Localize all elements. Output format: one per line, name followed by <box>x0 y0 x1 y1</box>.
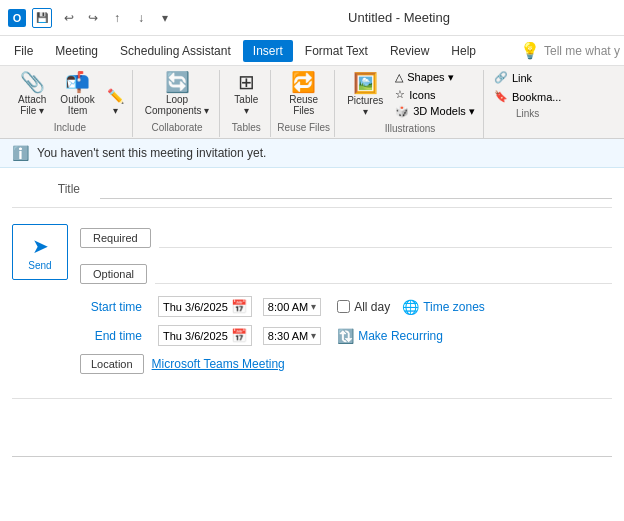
include-label: Include <box>54 122 86 133</box>
end-date-picker[interactable]: Thu 3/6/2025 📅 <box>158 325 252 346</box>
ribbon-group-reuse-files: 🔁 ReuseFiles Reuse Files <box>273 70 335 137</box>
menu-review[interactable]: Review <box>380 40 439 62</box>
undo-redo-group: ↩ ↪ ↑ ↓ ▾ <box>58 7 176 29</box>
illustrations-label: Illustrations <box>385 123 436 134</box>
form-fields: Required Optional Start time Thu 3/6/202… <box>80 224 612 374</box>
reuse-files-button[interactable]: 🔁 ReuseFiles <box>283 70 324 118</box>
shapes-button[interactable]: △ Shapes ▾ <box>391 70 479 85</box>
loop-icon: 🔄 <box>165 72 190 92</box>
all-day-group: All day <box>337 300 390 314</box>
title-field-label: Title <box>12 182 92 196</box>
bookmark-icon: 🔖 <box>494 90 508 103</box>
title-input[interactable] <box>100 178 612 199</box>
teams-meeting-link[interactable]: Microsoft Teams Meeting <box>152 357 285 371</box>
send-section: ➤ Send Required Optional Start time Thu … <box>12 216 612 382</box>
search-placeholder[interactable]: Tell me what y <box>544 44 620 58</box>
optional-button[interactable]: Optional <box>80 264 147 284</box>
required-button[interactable]: Required <box>80 228 151 248</box>
body-area[interactable] <box>12 398 612 438</box>
window-title: Untitled - Meeting <box>182 10 616 25</box>
link-icon: 🔗 <box>494 71 508 84</box>
start-time-arrow-icon: ▾ <box>311 301 316 312</box>
tables-label: Tables <box>232 122 261 133</box>
start-time-row: Start time Thu 3/6/2025 📅 8:00 AM ▾ All … <box>80 296 612 317</box>
ribbon-group-links: 🔗 Link 🔖 Bookma... Links <box>486 70 570 123</box>
start-date-picker[interactable]: Thu 3/6/2025 📅 <box>158 296 252 317</box>
end-time-arrow-icon: ▾ <box>311 330 316 341</box>
icons-button[interactable]: ☆ Icons <box>391 87 479 102</box>
outlook-logo: O <box>8 9 26 27</box>
reuse-icon: 🔁 <box>291 72 316 92</box>
end-time-label: End time <box>80 329 150 343</box>
outlook-item-icon: 📬 <box>65 72 90 92</box>
shapes-icon: △ <box>395 71 403 84</box>
undo-button[interactable]: ↩ <box>58 7 80 29</box>
edit-button[interactable]: ✏️ ▾ <box>103 86 128 118</box>
optional-row: Optional <box>80 260 612 288</box>
info-bar: ℹ️ You haven't sent this meeting invitat… <box>0 139 624 168</box>
optional-input[interactable] <box>155 265 612 284</box>
send-label: Send <box>28 260 51 271</box>
start-time-picker[interactable]: 8:00 AM ▾ <box>263 298 321 316</box>
redo-button[interactable]: ↪ <box>82 7 104 29</box>
time-zones-group[interactable]: 🌐 Time zones <box>402 299 485 315</box>
end-time-row: End time Thu 3/6/2025 📅 8:30 AM ▾ 🔃 Make… <box>80 325 612 346</box>
search-area: 💡 Tell me what y <box>520 41 620 60</box>
menu-file[interactable]: File <box>4 40 43 62</box>
ribbon-group-collaborate: 🔄 LoopComponents ▾ Collaborate <box>135 70 220 137</box>
end-time-value: 8:30 AM <box>268 330 308 342</box>
recurring-icon: 🔃 <box>337 328 354 344</box>
3d-models-icon: 🎲 <box>395 105 409 118</box>
table-button[interactable]: ⊞ Table▾ <box>226 70 266 118</box>
location-button[interactable]: Location <box>80 354 144 374</box>
more-button[interactable]: ▾ <box>154 7 176 29</box>
3d-models-button[interactable]: 🎲 3D Models ▾ <box>391 104 479 119</box>
info-icon: ℹ️ <box>12 145 29 161</box>
icons-icon: ☆ <box>395 88 405 101</box>
ribbon-group-include: 📎 AttachFile ▾ 📬 OutlookItem ✏️ ▾ Includ… <box>8 70 133 137</box>
save-icon[interactable]: 💾 <box>32 8 52 28</box>
menu-insert[interactable]: Insert <box>243 40 293 62</box>
end-time-picker[interactable]: 8:30 AM ▾ <box>263 327 321 345</box>
time-zones-label: Time zones <box>423 300 485 314</box>
all-day-label: All day <box>354 300 390 314</box>
attach-icon: 📎 <box>20 72 45 92</box>
required-input[interactable] <box>159 229 612 248</box>
make-recurring-button[interactable]: 🔃 Make Recurring <box>337 328 443 344</box>
start-calendar-icon: 📅 <box>231 299 247 314</box>
ribbon-group-illustrations: 🖼️ Pictures▾ △ Shapes ▾ ☆ Icons 🎲 3D Mod… <box>337 70 484 138</box>
body-input[interactable] <box>12 407 612 437</box>
title-row: Title <box>12 178 612 208</box>
outlook-item-button[interactable]: 📬 OutlookItem <box>54 70 100 118</box>
lightbulb-icon: 💡 <box>520 41 540 60</box>
link-button[interactable]: 🔗 Link <box>490 70 566 85</box>
menu-meeting[interactable]: Meeting <box>45 40 108 62</box>
globe-icon: 🌐 <box>402 299 419 315</box>
menu-scheduling[interactable]: Scheduling Assistant <box>110 40 241 62</box>
loop-components-button[interactable]: 🔄 LoopComponents ▾ <box>139 70 215 118</box>
menu-bar: File Meeting Scheduling Assistant Insert… <box>0 36 624 66</box>
menu-help[interactable]: Help <box>441 40 486 62</box>
down-button[interactable]: ↓ <box>130 7 152 29</box>
pictures-button[interactable]: 🖼️ Pictures▾ <box>341 71 389 119</box>
all-day-checkbox[interactable] <box>337 300 350 313</box>
attach-file-button[interactable]: 📎 AttachFile ▾ <box>12 70 52 118</box>
start-time-label: Start time <box>80 300 150 314</box>
bookmark-button[interactable]: 🔖 Bookma... <box>490 89 566 104</box>
send-button[interactable]: ➤ Send <box>12 224 68 280</box>
collaborate-label: Collaborate <box>151 122 202 133</box>
info-message: You haven't sent this meeting invitation… <box>37 146 266 160</box>
edit-icon: ✏️ <box>107 88 124 104</box>
up-button[interactable]: ↑ <box>106 7 128 29</box>
table-icon: ⊞ <box>238 72 255 92</box>
start-date-value: Thu 3/6/2025 <box>163 301 228 313</box>
send-arrow-icon: ➤ <box>32 234 49 258</box>
links-label: Links <box>516 108 539 119</box>
menu-format-text[interactable]: Format Text <box>295 40 378 62</box>
start-time-value: 8:00 AM <box>268 301 308 313</box>
end-date-value: Thu 3/6/2025 <box>163 330 228 342</box>
make-recurring-label: Make Recurring <box>358 329 443 343</box>
form-area: Title ➤ Send Required Optional Start tim… <box>0 168 624 448</box>
bottom-divider <box>12 456 612 457</box>
reuse-files-label: Reuse Files <box>277 122 330 133</box>
